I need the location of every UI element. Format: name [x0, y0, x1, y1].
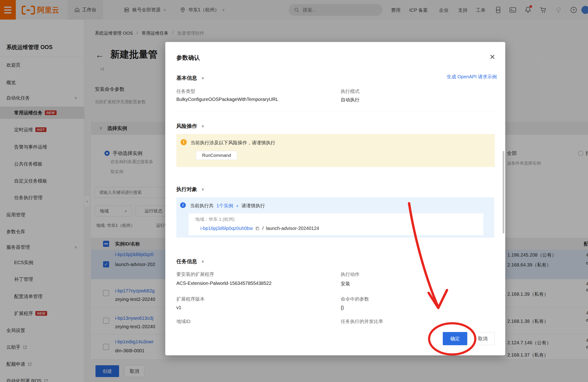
cmd-params-label: 命令中的参数 [341, 296, 369, 302]
target-instance-name: launch-advisor-20240124 [266, 226, 319, 231]
instance-count-toggle[interactable]: 1个实例 [216, 203, 233, 209]
risk-tag: RunCommand [196, 151, 237, 160]
section-basic-info[interactable]: 基本信息∨ [176, 75, 204, 82]
warning-icon: ! [181, 139, 187, 145]
chevron-down-icon: ∨ [201, 76, 204, 80]
close-icon[interactable]: ✕ [489, 53, 495, 61]
cmd-params-value: {} [341, 305, 344, 310]
exec-mode-label: 执行模式 [341, 88, 359, 95]
version-label: 扩展程序版本 [176, 296, 205, 302]
ext-value: ACS-Extension-Palworld-1563457855438522 [176, 281, 272, 286]
target-info-box: i 当前执行共 1个实例 ∧ 请谨慎执行 地域：华东 1 (杭州) i-bp16… [176, 197, 494, 238]
target-instance-line: i-bp16pj3d6lp0qz0uh0bw / launch-advisor-… [200, 226, 319, 231]
modal-title: 参数确认 [176, 54, 200, 62]
version-value: v1 [176, 305, 181, 310]
copy-icon[interactable] [255, 226, 260, 231]
target-region-line: 地域：华东 1 (杭州) [195, 216, 235, 222]
confirm-button[interactable]: 确定 [443, 332, 467, 345]
concurrency-label-partial: 任务执行的并发比率 [341, 318, 435, 323]
exec-mode-value: 自动执行 [341, 97, 359, 103]
task-type-value: BulkyConfigureOOSPackageWithTemporaryURL [176, 97, 278, 102]
section-task-info[interactable]: 任务信息∨ [176, 258, 204, 265]
action-label: 执行动作 [341, 271, 359, 277]
modal-cancel-button[interactable]: 取消 [471, 332, 495, 345]
chevron-up-icon[interactable]: ∧ [236, 204, 239, 208]
info-icon: i [180, 202, 186, 208]
chevron-down-icon: ∨ [201, 124, 204, 128]
target-instance-id-link[interactable]: i-bp16pj3d6lp0qz0uh0bw [200, 226, 253, 231]
action-value: 安装 [341, 281, 350, 287]
chevron-down-icon: ∨ [201, 187, 204, 191]
risk-warning-text: 当前执行涉及以下风险操作，请谨慎执行 [190, 140, 275, 146]
openapi-link[interactable]: 生成 OpenAPI 请求示例 [447, 74, 497, 80]
modal-scrollbar[interactable] [503, 151, 504, 233]
task-type-label: 任务类型 [176, 88, 195, 95]
risk-warning-box: ! 当前执行涉及以下风险操作，请谨慎执行 RunCommand [176, 134, 495, 167]
section-risk[interactable]: 风险操作∨ [176, 123, 204, 130]
target-instance-box: 地域：华东 1 (杭州) i-bp16pj3d6lp0qz0uh0bw / la… [189, 213, 483, 235]
section-target[interactable]: 执行对象∨ [176, 186, 204, 193]
region-id-label-partial: 地域ID [176, 318, 247, 323]
chevron-down-icon: ∨ [201, 259, 204, 264]
target-info-line: 当前执行共 1个实例 ∧ 请谨慎执行 [190, 203, 265, 209]
ext-label: 要安装的扩展程序 [176, 271, 214, 277]
param-confirm-modal: 参数确认 ✕ 生成 OpenAPI 请求示例 基本信息∨ 任务类型 BulkyC… [165, 42, 505, 355]
